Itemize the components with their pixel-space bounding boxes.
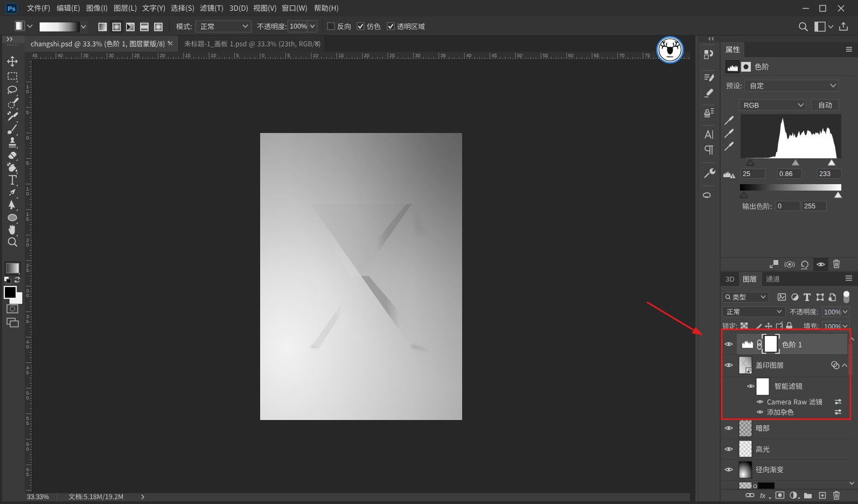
svg-text:0: 0 [262,53,264,58]
svg-text:5: 5 [236,53,239,58]
svg-text:0: 0 [26,89,29,94]
svg-text:0.86: 0.86 [779,170,792,178]
svg-text:3D: 3D [726,275,735,283]
svg-text:70: 70 [619,53,625,58]
svg-text:10: 10 [211,53,216,58]
svg-text:Ps: Ps [8,5,16,12]
svg-text:RGB: RGB [744,101,759,109]
svg-text:33.33%: 33.33% [27,493,49,501]
svg-text:255: 255 [804,202,815,210]
svg-text:35: 35 [441,53,446,58]
svg-text:5: 5 [287,53,290,58]
svg-text:45: 45 [32,53,37,58]
svg-text:0: 0 [26,293,29,298]
svg-text:30: 30 [415,53,420,58]
svg-text:5: 5 [26,319,29,324]
svg-text:20: 20 [159,53,165,58]
svg-text:15: 15 [185,53,191,58]
svg-text:50: 50 [517,53,522,58]
svg-text:0: 0 [778,202,782,210]
svg-text:5: 5 [26,160,29,166]
svg-text:100%: 100% [824,309,841,316]
svg-text:100%: 100% [290,23,307,30]
svg-text:75: 75 [645,53,650,58]
svg-text:60: 60 [568,53,574,58]
svg-text:5: 5 [26,472,29,477]
svg-text:25: 25 [743,170,750,178]
svg-text:5: 5 [26,268,29,273]
svg-text:5: 5 [26,216,29,222]
svg-text:0: 0 [26,242,29,248]
svg-text:10: 10 [313,53,318,58]
svg-text:0: 0 [26,395,29,401]
svg-text:0: 0 [26,446,29,452]
svg-text:fx: fx [760,492,766,500]
svg-text:30: 30 [109,53,114,58]
svg-text:40: 40 [466,53,471,58]
svg-text:35: 35 [83,53,88,58]
svg-text:233: 233 [819,170,831,178]
svg-text:65: 65 [594,53,599,58]
svg-text:5: 5 [26,421,29,426]
svg-text:5: 5 [26,110,29,115]
svg-text:20: 20 [364,53,369,58]
svg-text:0: 0 [26,344,29,349]
svg-text:15: 15 [338,53,344,58]
svg-text:0: 0 [26,191,29,197]
svg-text:55: 55 [542,53,548,58]
svg-text:0: 0 [26,135,29,141]
svg-text:25: 25 [134,53,139,58]
svg-text:40: 40 [58,53,63,58]
svg-text:25: 25 [389,53,395,58]
svg-text:5: 5 [26,370,29,375]
svg-text:45: 45 [492,53,497,58]
